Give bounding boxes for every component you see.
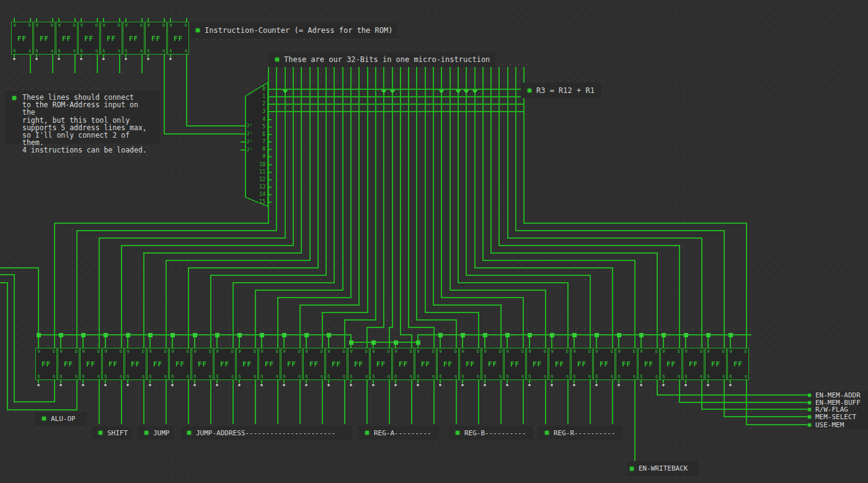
- label-instruction-value[interactable]: R3 = R12 + R1: [521, 82, 601, 98]
- flip-flop[interactable]: ∨Dq̄qFF: [102, 348, 124, 380]
- label-text: ALU-OP: [51, 415, 76, 423]
- qbar-pin: q̄: [82, 374, 84, 379]
- ff-label: FF: [12, 34, 32, 42]
- flip-flop[interactable]: ∨Dq̄qFF: [392, 348, 414, 380]
- label-instruction-counter[interactable]: Instruction-Counter (= Adress for the RO…: [189, 22, 397, 38]
- clock-pin: ∨: [126, 349, 130, 353]
- q-pin: q: [432, 374, 435, 379]
- qbar-pin: q̄: [169, 49, 172, 53]
- label-jump-address[interactable]: JUMP-ADDRESS----------------------: [180, 426, 352, 440]
- flip-flop[interactable]: ∨Dq̄qFF: [683, 348, 704, 380]
- q-pin: q: [118, 49, 120, 53]
- flip-flop[interactable]: ∨Dq̄qFF: [259, 348, 280, 380]
- clock-pin: ∨: [350, 349, 353, 353]
- flip-flop[interactable]: ∨Dq̄qFF: [56, 22, 78, 55]
- q-pin: q: [321, 374, 323, 379]
- d-pin: D: [185, 24, 187, 28]
- flip-flop[interactable]: ∨Dq̄qFF: [415, 348, 436, 380]
- rom-output-pin-label: 10: [249, 162, 265, 167]
- q-pin: q: [410, 374, 412, 379]
- d-pin: D: [209, 350, 211, 354]
- qbar-pin: q̄: [439, 374, 441, 379]
- flip-flop[interactable]: ∨Dq̄qFF: [638, 348, 660, 380]
- ff-label: FF: [259, 360, 280, 368]
- flip-flop[interactable]: ∨Dq̄qFF: [549, 348, 570, 380]
- label-reg-a[interactable]: REG-A---------: [358, 426, 439, 440]
- rom-output-pin-label: 1: [249, 94, 265, 99]
- d-pin: D: [477, 350, 479, 354]
- label-reg-b[interactable]: REG-B----------: [449, 426, 533, 440]
- d-pin: D: [254, 350, 256, 354]
- flip-flop[interactable]: ∨Dq̄qFF: [33, 22, 55, 55]
- q-pin: q: [655, 374, 658, 379]
- flip-flop[interactable]: ∨Dq̄qFF: [192, 348, 213, 380]
- label-text: MEM-SELECT: [815, 413, 856, 421]
- flip-flop[interactable]: ∨Dq̄qFF: [370, 348, 392, 380]
- d-pin: D: [162, 24, 165, 28]
- label-shift[interactable]: SHIFT: [92, 426, 131, 440]
- label-bullet-icon: [808, 415, 811, 419]
- flip-flop[interactable]: ∨Dq̄qFF: [35, 348, 57, 380]
- d-pin: D: [142, 350, 144, 354]
- flip-flop[interactable]: ∨Dq̄qFF: [326, 348, 347, 380]
- d-pin: D: [343, 350, 345, 354]
- qbar-pin: q̄: [729, 374, 732, 379]
- label-text: SHIFT: [107, 429, 128, 437]
- flip-flop[interactable]: ∨Dq̄qFF: [303, 348, 325, 380]
- flip-flop[interactable]: ∨Dq̄qFF: [705, 348, 727, 380]
- ff-label: FF: [192, 360, 213, 368]
- flip-flop[interactable]: ∨Dq̄qFF: [727, 348, 749, 380]
- flip-flop[interactable]: ∨Dq̄qFF: [526, 348, 548, 380]
- flip-flop[interactable]: ∨Dq̄qFF: [571, 348, 593, 380]
- qbar-pin: q̄: [417, 374, 419, 379]
- flip-flop[interactable]: ∨Dq̄qFF: [145, 22, 167, 55]
- flip-flop[interactable]: ∨Dq̄qFF: [660, 348, 682, 380]
- flip-flop[interactable]: ∨Dq̄qFF: [147, 348, 169, 380]
- clock-pin: ∨: [662, 349, 665, 353]
- clock-pin: ∨: [171, 349, 174, 353]
- flip-flop[interactable]: ∨Dq̄qFF: [100, 22, 122, 55]
- flip-flop[interactable]: ∨Dq̄qFF: [281, 348, 303, 380]
- flip-flop[interactable]: ∨Dq̄qFF: [593, 348, 615, 380]
- q-pin: q: [745, 374, 747, 379]
- flip-flop[interactable]: ∨Dq̄qFF: [236, 348, 258, 380]
- flip-flop[interactable]: ∨Dq̄qFF: [167, 22, 189, 55]
- clock-pin: ∨: [169, 23, 172, 27]
- flip-flop[interactable]: ∨Dq̄qFF: [11, 22, 33, 55]
- qbar-pin: q̄: [327, 374, 330, 379]
- label-alu-op[interactable]: ALU-OP: [35, 412, 87, 425]
- label-address-note[interactable]: These lines should connect to the ROM-Ad…: [5, 91, 160, 144]
- flip-flop[interactable]: ∨Dq̄qFF: [348, 348, 370, 380]
- label-jump[interactable]: JUMP: [138, 426, 174, 440]
- flip-flop[interactable]: ∨Dq̄qFF: [214, 348, 236, 380]
- qbar-pin: q̄: [573, 374, 575, 379]
- label-en-writeback[interactable]: EN-WRITEBACK: [626, 461, 699, 476]
- q-pin: q: [51, 49, 53, 53]
- flip-flop[interactable]: ∨Dq̄qFF: [123, 22, 144, 55]
- flip-flop[interactable]: ∨Dq̄qFF: [169, 348, 191, 380]
- q-pin: q: [164, 374, 167, 379]
- clock-pin: ∨: [193, 349, 197, 353]
- label-text: EN-WRITEBACK: [639, 464, 688, 472]
- flip-flop[interactable]: ∨Dq̄qFF: [125, 348, 146, 380]
- ff-label: FF: [661, 360, 681, 368]
- clock-pin: ∨: [260, 349, 264, 353]
- q-pin: q: [588, 374, 591, 379]
- ff-label: FF: [58, 360, 79, 368]
- label-use-mem[interactable]: USE-MEM: [807, 421, 868, 429]
- qbar-pin: q̄: [707, 374, 709, 379]
- flip-flop[interactable]: ∨Dq̄qFF: [58, 348, 79, 380]
- clock-pin: ∨: [58, 23, 61, 27]
- label-mem-select[interactable]: MEM-SELECT: [807, 413, 868, 421]
- flip-flop[interactable]: ∨Dq̄qFF: [437, 348, 459, 380]
- label-32-bits-note[interactable]: These are our 32-Bits in one micro-instr…: [268, 52, 495, 67]
- flip-flop[interactable]: ∨Dq̄qFF: [78, 22, 100, 55]
- qbar-pin: q̄: [149, 374, 151, 379]
- ff-label: FF: [393, 360, 414, 368]
- flip-flop[interactable]: ∨Dq̄qFF: [616, 348, 637, 380]
- label-reg-r[interactable]: REG-R----------: [538, 426, 622, 440]
- flip-flop[interactable]: ∨Dq̄qFF: [80, 348, 102, 380]
- flip-flop[interactable]: ∨Dq̄qFF: [482, 348, 503, 380]
- flip-flop[interactable]: ∨Dq̄qFF: [459, 348, 481, 380]
- flip-flop[interactable]: ∨Dq̄qFF: [504, 348, 526, 380]
